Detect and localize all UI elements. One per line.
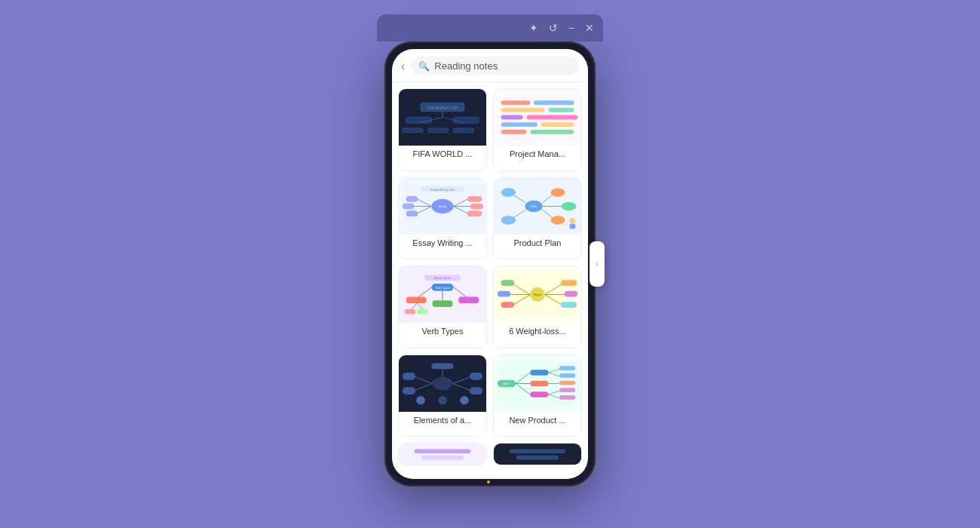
phone-screen: ‹ 🔍 Reading notes FIFA WORLD CUP (392, 49, 588, 479)
svg-rect-3 (406, 118, 432, 124)
svg-point-84 (432, 377, 452, 390)
svg-text:New: New (504, 382, 510, 385)
svg-text:Action Verbs: Action Verbs (434, 277, 451, 280)
card-product-plan-label: Product Plan (494, 235, 581, 252)
card-elements-label: Elements of a... (399, 412, 486, 429)
svg-text:Essay Writing Tips: Essay Writing Tips (430, 189, 455, 192)
svg-rect-115 (559, 388, 575, 392)
svg-rect-81 (565, 291, 577, 297)
svg-rect-17 (501, 122, 537, 127)
svg-point-48 (550, 188, 565, 197)
svg-rect-61 (458, 297, 479, 304)
svg-rect-4 (454, 118, 479, 124)
svg-rect-20 (530, 130, 574, 134)
svg-text:Essay: Essay (439, 205, 447, 208)
svg-point-96 (460, 396, 469, 405)
svg-rect-7 (403, 128, 423, 133)
card-partial1[interactable] (398, 443, 487, 465)
svg-rect-14 (549, 108, 574, 112)
search-icon: 🔍 (418, 61, 430, 72)
svg-rect-105 (530, 380, 548, 386)
svg-text:FIFA WORLD CUP: FIFA WORLD CUP (427, 106, 458, 110)
card-project-label: Project Mana... (494, 146, 581, 163)
svg-rect-112 (559, 380, 575, 385)
svg-point-50 (562, 201, 576, 210)
svg-rect-65 (417, 309, 428, 315)
cards-grid: FIFA WORLD CUP FIFA WORLD ... (392, 82, 588, 479)
card-project[interactable]: Project Mana... (493, 88, 582, 171)
svg-rect-15 (501, 115, 523, 120)
svg-rect-60 (432, 300, 452, 307)
app-window: ✦ ↺ − ✕ ‹ 🔍 Reading notes (384, 41, 596, 487)
svg-rect-16 (527, 115, 578, 120)
card-weight-label: 6 Weight-loss... (494, 323, 581, 340)
back-button[interactable]: ‹ (401, 60, 405, 73)
svg-text:Weight: Weight (534, 294, 542, 297)
svg-rect-78 (498, 291, 510, 297)
svg-rect-12 (534, 100, 574, 105)
svg-point-46 (501, 188, 516, 197)
svg-rect-97 (432, 363, 454, 369)
svg-rect-13 (501, 108, 545, 112)
card-fifa[interactable]: FIFA WORLD CUP FIFA WORLD ... (398, 88, 487, 171)
svg-rect-31 (403, 203, 414, 209)
svg-rect-106 (530, 391, 548, 398)
card-partial2[interactable] (493, 443, 582, 465)
svg-rect-82 (561, 302, 577, 308)
svg-rect-93 (470, 387, 482, 394)
svg-rect-30 (406, 196, 418, 202)
svg-rect-33 (467, 196, 482, 202)
svg-rect-8 (428, 128, 449, 133)
svg-rect-122 (516, 456, 559, 460)
svg-rect-34 (470, 203, 483, 209)
svg-point-47 (501, 216, 516, 225)
search-bar: ‹ 🔍 Reading notes (392, 49, 588, 82)
phone-frame: ‹ 🔍 Reading notes FIFA WORLD CUP (384, 41, 596, 487)
svg-point-49 (550, 216, 565, 225)
scroll-handle[interactable]: › (590, 241, 605, 287)
svg-rect-104 (530, 370, 548, 376)
card-essay-label: Essay Writing ... (399, 235, 486, 252)
card-essay[interactable]: Essay (398, 177, 487, 260)
refresh-icon[interactable]: ↺ (549, 22, 558, 34)
search-input-area[interactable]: 🔍 Reading notes (411, 57, 579, 75)
close-icon[interactable]: ✕ (585, 22, 594, 34)
svg-rect-92 (470, 373, 482, 380)
svg-point-95 (438, 396, 447, 405)
svg-rect-18 (541, 122, 574, 127)
svg-rect-35 (467, 210, 482, 216)
scroll-indicator (487, 480, 490, 483)
titlebar: ✦ ↺ − ✕ (377, 14, 603, 41)
svg-point-94 (416, 396, 425, 405)
card-verb-label: Verb Types (399, 323, 486, 340)
svg-rect-11 (501, 100, 531, 105)
card-verb[interactable]: Verb Types (398, 266, 487, 348)
svg-rect-19 (501, 130, 527, 134)
svg-text:Verb Types: Verb Types (435, 287, 449, 290)
svg-rect-121 (510, 450, 566, 454)
card-weight[interactable]: Weight (493, 266, 582, 348)
card-product-plan[interactable]: Plan (493, 177, 582, 260)
svg-rect-110 (559, 373, 575, 378)
svg-rect-79 (501, 302, 514, 308)
star-icon[interactable]: ✦ (529, 22, 538, 34)
svg-rect-77 (501, 280, 514, 286)
minimize-icon[interactable]: − (568, 22, 574, 34)
svg-point-51 (570, 218, 576, 224)
search-text: Reading notes (434, 60, 498, 72)
svg-rect-9 (454, 128, 474, 133)
card-new-product[interactable]: New (493, 355, 582, 437)
svg-rect-32 (406, 210, 418, 216)
svg-rect-109 (559, 366, 575, 370)
svg-rect-64 (405, 309, 416, 315)
svg-rect-90 (403, 373, 415, 380)
svg-rect-119 (421, 456, 464, 460)
card-fifa-label: FIFA WORLD ... (399, 146, 486, 163)
card-new-product-label: New Product ... (494, 412, 581, 429)
svg-rect-116 (559, 395, 575, 400)
card-elements[interactable]: Elements of a... (398, 355, 487, 437)
svg-rect-59 (406, 297, 427, 304)
svg-rect-80 (561, 280, 577, 286)
svg-rect-91 (403, 387, 415, 394)
svg-rect-52 (570, 223, 576, 229)
